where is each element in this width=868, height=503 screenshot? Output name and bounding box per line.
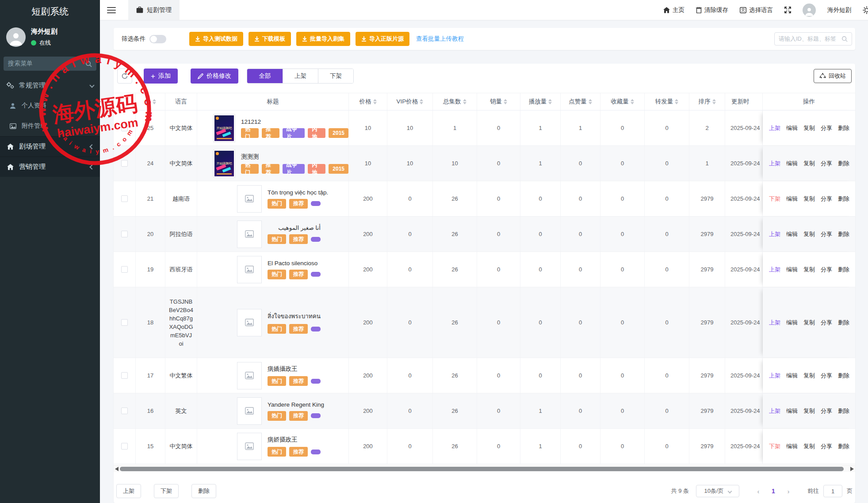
filter-toggle[interactable]	[149, 35, 166, 43]
action-link-2[interactable]: 分享	[821, 442, 832, 450]
prev-page-button[interactable]: ‹	[750, 488, 767, 495]
action-link-3[interactable]: 删除	[838, 319, 849, 327]
page-size-select[interactable]: 10条/页	[696, 485, 739, 497]
segment-all[interactable]: 全部	[247, 69, 283, 83]
action-list-link[interactable]: 上架	[769, 319, 780, 327]
action-link-1[interactable]: 复制	[803, 195, 815, 203]
column-header-favs[interactable]: 收藏量	[600, 93, 645, 110]
segment-listed[interactable]: 上架	[283, 69, 318, 83]
select-all-checkbox[interactable]	[121, 99, 128, 105]
recycle-bin-button[interactable]: 回收站	[814, 69, 852, 83]
sort-icon[interactable]	[463, 99, 467, 104]
column-header-id[interactable]: ID	[136, 93, 165, 110]
action-link-3[interactable]: 删除	[838, 372, 849, 380]
action-link-2[interactable]: 分享	[821, 407, 832, 415]
action-link-3[interactable]: 删除	[838, 442, 849, 450]
sort-icon[interactable]	[548, 99, 552, 104]
row-checkbox[interactable]	[121, 266, 128, 273]
current-page[interactable]: 1	[767, 488, 780, 495]
action-list-link[interactable]: 上架	[769, 372, 780, 380]
action-link-2[interactable]: 分享	[821, 266, 832, 274]
nav-select-language[interactable]: 选择语言	[740, 6, 773, 14]
horizontal-scrollbar[interactable]	[114, 465, 855, 472]
action-list-link[interactable]: 上架	[769, 407, 780, 415]
bulk-delete-button[interactable]: 删除	[191, 484, 216, 498]
action-link-3[interactable]: 删除	[838, 160, 849, 168]
action-link-2[interactable]: 分享	[821, 124, 832, 132]
sort-icon[interactable]	[675, 99, 678, 104]
action-link-0[interactable]: 编辑	[786, 195, 798, 203]
row-checkbox[interactable]	[121, 408, 128, 414]
download-template-button[interactable]: 下载模板	[249, 32, 291, 46]
column-header-vip[interactable]: VIP价格	[387, 93, 433, 110]
sidebar-item-theater[interactable]: 剧场管理	[0, 136, 100, 156]
action-link-1[interactable]: 复制	[803, 266, 815, 274]
bulk-unlist-button[interactable]: 下架	[154, 484, 179, 498]
fullscreen-icon[interactable]	[784, 7, 791, 13]
sort-icon[interactable]	[631, 99, 634, 104]
sort-icon[interactable]	[420, 99, 423, 104]
sort-icon[interactable]	[589, 99, 592, 104]
action-link-2[interactable]: 分享	[821, 160, 832, 168]
goto-page-input[interactable]: 1	[823, 485, 842, 497]
action-link-2[interactable]: 分享	[821, 230, 832, 238]
sort-icon[interactable]	[373, 99, 377, 104]
row-checkbox[interactable]	[121, 231, 128, 237]
action-link-3[interactable]: 删除	[838, 407, 849, 415]
sidebar-item-general[interactable]: 常规管理	[0, 75, 100, 95]
gear-icon[interactable]	[863, 6, 868, 14]
tab-drama-management[interactable]: 短剧管理	[128, 0, 180, 20]
row-checkbox[interactable]	[121, 372, 128, 379]
action-link-1[interactable]: 复制	[803, 124, 815, 132]
sort-icon[interactable]	[712, 99, 716, 104]
next-page-button[interactable]: ›	[780, 488, 797, 495]
scrollbar-thumb[interactable]	[120, 467, 844, 471]
action-list-link[interactable]: 上架	[769, 160, 780, 168]
row-checkbox[interactable]	[121, 125, 128, 131]
batch-import-episodes-button[interactable]: 批量导入剧集	[296, 32, 350, 46]
action-link-1[interactable]: 复制	[803, 407, 815, 415]
action-link-3[interactable]: 删除	[838, 195, 849, 203]
import-test-data-button[interactable]: 导入测试数据	[189, 32, 243, 46]
action-link-0[interactable]: 编辑	[786, 319, 798, 327]
refresh-button[interactable]	[117, 69, 132, 84]
column-header-shares[interactable]: 转发量	[645, 93, 689, 110]
column-header-sales[interactable]: 销量	[477, 93, 520, 110]
row-checkbox[interactable]	[121, 195, 128, 202]
action-link-3[interactable]: 删除	[838, 230, 849, 238]
action-link-2[interactable]: 分享	[821, 372, 832, 380]
column-header-likes[interactable]: 点赞量	[561, 93, 600, 110]
segment-unlisted[interactable]: 下架	[318, 69, 353, 83]
action-link-1[interactable]: 复制	[803, 319, 815, 327]
price-edit-button[interactable]: 价格修改	[191, 69, 238, 84]
row-checkbox[interactable]	[121, 443, 128, 450]
action-list-link[interactable]: 上架	[769, 230, 780, 238]
action-link-2[interactable]: 分享	[821, 319, 832, 327]
table-search-input[interactable]: 请输入ID、标题、标签	[774, 32, 852, 46]
nav-home[interactable]: 主页	[663, 6, 684, 14]
column-header-sort[interactable]: 排序	[689, 93, 725, 110]
navbar-username[interactable]: 海外短剧	[827, 6, 851, 14]
scroll-right-arrow-icon[interactable]	[850, 467, 854, 471]
action-link-0[interactable]: 编辑	[786, 442, 798, 450]
action-list-link[interactable]: 上架	[769, 124, 780, 132]
action-link-0[interactable]: 编辑	[786, 160, 798, 168]
row-checkbox[interactable]	[121, 160, 128, 167]
nav-clear-cache[interactable]: 清除缓存	[696, 6, 728, 14]
action-link-3[interactable]: 删除	[838, 124, 849, 132]
sidebar-item-marketing[interactable]: 营销管理	[0, 156, 100, 177]
bulk-list-button[interactable]: 上架	[116, 484, 141, 498]
navbar-avatar[interactable]	[803, 4, 816, 17]
action-link-1[interactable]: 复制	[803, 160, 815, 168]
batch-upload-tutorial-link[interactable]: 查看批量上传教程	[416, 35, 464, 43]
action-link-1[interactable]: 复制	[803, 372, 815, 380]
column-header-plays[interactable]: 播放量	[520, 93, 561, 110]
action-list-link[interactable]: 上架	[769, 266, 780, 274]
action-link-1[interactable]: 复制	[803, 230, 815, 238]
action-link-0[interactable]: 编辑	[786, 372, 798, 380]
add-button[interactable]: + 添加	[144, 69, 178, 84]
action-link-1[interactable]: 复制	[803, 442, 815, 450]
import-licensed-source-button[interactable]: 导入正版片源	[356, 32, 409, 46]
action-link-0[interactable]: 编辑	[786, 124, 798, 132]
action-unlist-link[interactable]: 下架	[769, 195, 780, 203]
